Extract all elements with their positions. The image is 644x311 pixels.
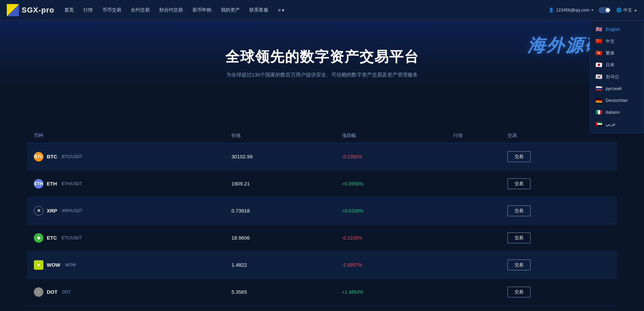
coin-identity: BTC BTC BTC/USDT [34, 152, 218, 161]
flag-icon: 🇮🇹 [596, 109, 602, 115]
header-right: 👤 123456@qq.com ▾ 🌐 中文 ▲ [548, 7, 637, 13]
nav-item-2[interactable]: 币币交易 [102, 7, 121, 13]
coin-icon: BTC [34, 152, 43, 161]
trade-button[interactable]: 交易 [507, 260, 531, 270]
coin-icon: · [34, 287, 43, 297]
coin-label: XRP [47, 208, 57, 214]
table-row: · DOT DOT 5.3565+1.4854% 交易 [27, 279, 617, 306]
lang-chevron: ▲ [634, 8, 637, 12]
coin-identity: ■ WOW WOW [34, 260, 218, 270]
nav-item-7[interactable]: 联系客服 [249, 7, 268, 13]
price-value: 18.9606 [231, 235, 250, 241]
flag-icon: 🇬🇧 [596, 26, 602, 32]
trade-button[interactable]: 交易 [507, 151, 531, 162]
col-price: 价格 [225, 129, 335, 143]
trade-cell: 交易 [501, 197, 617, 224]
change-value: -0.2392% [342, 154, 362, 159]
change-cell: -0.2105% [335, 224, 446, 251]
nav-item-6[interactable]: 我的资产 [221, 7, 240, 13]
price-cell: 18.9606 [225, 224, 335, 251]
coin-label: ETC [47, 235, 57, 241]
coin-label: BTC [47, 154, 57, 159]
nav-item-1[interactable]: 行情 [83, 7, 93, 13]
price-cell: 1909.21 [225, 170, 335, 197]
chart-cell [446, 279, 501, 306]
logo-text: SGX-pro [22, 6, 54, 15]
coin-pair: ETH/USDT [62, 181, 82, 186]
lang-option-5[interactable]: 🇷🇺 русский [590, 83, 644, 94]
coin-icon: ✕ [34, 206, 43, 216]
coin-name-cell: ■ WOW WOW [27, 251, 225, 279]
coin-identity: ◆ ETC ETC/USDT [34, 233, 218, 243]
lang-option-8[interactable]: 🇦🇪 عربي [590, 118, 644, 130]
market-table-section: 币种 价格 涨跌幅 行情 交易 BTC BTC BTC/USDT 30102.9… [0, 129, 644, 311]
coin-icon: ETH [34, 179, 43, 188]
lang-option-label: 繁体 [606, 50, 615, 56]
col-change: 涨跌幅 [335, 129, 446, 143]
lang-option-6[interactable]: 🇩🇪 Deutschlan [590, 94, 644, 106]
user-email: 123456@qq.com [556, 7, 589, 13]
header: SGX-pro 首页行情币币交易合约交易秒合约交易新币申购我的资产联系客服≡▾ … [0, 0, 644, 20]
change-value: +1.4854% [342, 289, 363, 295]
lang-option-0[interactable]: 🇬🇧 English [590, 23, 644, 35]
lang-option-7[interactable]: 🇮🇹 italiano [590, 106, 644, 118]
coin-name-cell: ◆ ETC ETC/USDT [27, 224, 225, 251]
change-cell: -2.8957% [335, 251, 446, 279]
price-cell: 5.3565 [225, 279, 335, 306]
lang-option-3[interactable]: 🇯🇵 日本 [590, 59, 644, 71]
lang-option-label: 한국인 [606, 74, 619, 80]
flag-icon: 🇷🇺 [596, 85, 602, 92]
coin-icon: ◆ [34, 233, 43, 243]
coin-table: 币种 价格 涨跌幅 行情 交易 BTC BTC BTC/USDT 30102.9… [27, 129, 617, 306]
chart-cell [446, 197, 501, 224]
change-cell: +0.0556% [335, 170, 446, 197]
col-market: 行情 [446, 129, 501, 143]
lang-option-2[interactable]: 🇭🇰 繁体 [590, 47, 644, 59]
nav-item-3[interactable]: 合约交易 [131, 7, 150, 13]
nav-item-5[interactable]: 新币申购 [192, 7, 211, 13]
nav-item-4[interactable]: 秒合约交易 [159, 7, 183, 13]
change-cell: -0.2392% [335, 143, 446, 170]
coin-name-cell: BTC BTC BTC/USDT [27, 143, 225, 170]
nav-more[interactable]: ≡▾ [278, 7, 284, 13]
lang-option-label: Deutschlan [606, 98, 628, 103]
language-button[interactable]: 🌐 中文 ▲ [616, 7, 637, 13]
price-cell: 1.4822 [225, 251, 335, 279]
coin-label: ETH [47, 181, 57, 186]
user-dropdown-chevron[interactable]: ▾ [591, 8, 593, 12]
mini-chart [453, 230, 494, 244]
table-row: ◆ ETC ETC/USDT 18.9606-0.2105% 交易 [27, 224, 617, 251]
lang-option-1[interactable]: 🇨🇳 中文 [590, 35, 644, 47]
table-row: BTC BTC BTC/USDT 30102.99-0.2392% 交易 [27, 143, 617, 170]
language-dropdown: 🇬🇧 English🇨🇳 中文🇭🇰 繁体🇯🇵 日本🇰🇷 한국인🇷🇺 русски… [590, 20, 644, 133]
table-body: BTC BTC BTC/USDT 30102.99-0.2392% 交易 ETH… [27, 143, 617, 306]
globe-icon: 🌐 [616, 7, 622, 13]
change-cell: +1.4854% [335, 279, 446, 306]
lang-option-label: italiano [606, 110, 620, 115]
trade-cell: 交易 [501, 251, 617, 279]
lang-option-label: 中文 [606, 38, 615, 44]
trade-button[interactable]: 交易 [507, 232, 531, 243]
theme-toggle[interactable] [599, 7, 611, 13]
col-coin: 币种 [27, 129, 225, 143]
lang-option-4[interactable]: 🇰🇷 한국인 [590, 71, 644, 83]
lang-label: 中文 [623, 7, 632, 13]
flag-icon: 🇦🇪 [596, 121, 602, 127]
flag-icon: 🇯🇵 [596, 62, 602, 68]
trade-button[interactable]: 交易 [507, 178, 531, 189]
price-value: 5.3565 [231, 289, 247, 295]
change-value: +0.0556% [342, 181, 363, 186]
price-value: 1.4822 [231, 262, 247, 268]
trade-button[interactable]: 交易 [507, 287, 531, 297]
trade-button[interactable]: 交易 [507, 205, 531, 216]
logo[interactable]: SGX-pro [7, 4, 54, 16]
table-row: ETH ETH ETH/USDT 1909.21+0.0556% 交易 [27, 170, 617, 197]
lang-option-label: English [606, 27, 620, 32]
nav-item-0[interactable]: 首页 [64, 7, 74, 13]
price-value: 30102.99 [231, 154, 253, 159]
coin-label: WOW [47, 262, 60, 268]
mini-chart [453, 285, 494, 298]
flag-icon: 🇩🇪 [596, 97, 602, 104]
lang-option-label: عربي [606, 121, 616, 127]
chart-cell [446, 170, 501, 197]
